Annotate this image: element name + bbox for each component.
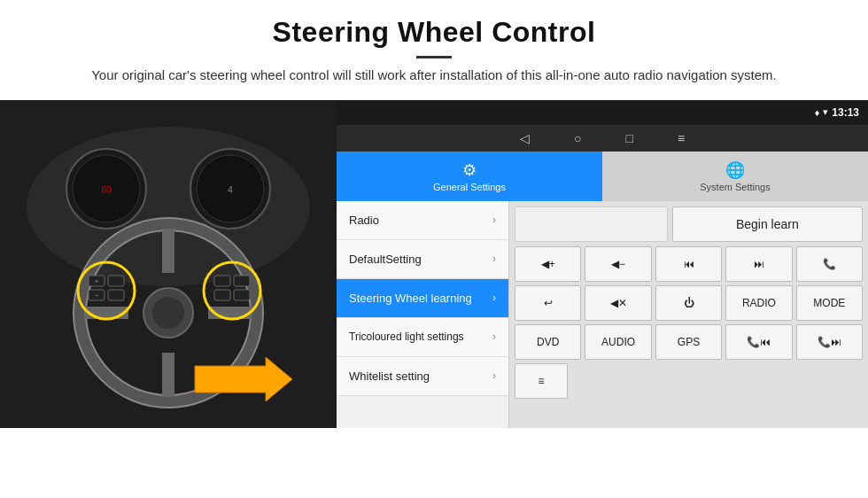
chevron-icon: › — [492, 370, 496, 382]
vol-up-button[interactable]: ◀+ — [515, 246, 581, 282]
tab-general-label: General Settings — [433, 182, 506, 192]
chevron-icon: › — [492, 292, 496, 304]
svg-text:4: 4 — [228, 185, 233, 195]
svg-rect-21 — [108, 276, 124, 286]
right-panel: Begin learn ◀+ ◀− ⏮ — [509, 201, 868, 428]
prev-track-button[interactable]: ⏮ — [655, 246, 722, 282]
chevron-icon: › — [492, 214, 496, 226]
menu-item-steering-wheel[interactable]: Steering Wheel learning › — [337, 279, 508, 318]
status-icons: ♦ ▾ 13:13 — [815, 106, 859, 119]
mode-button[interactable]: MODE — [796, 285, 863, 321]
nav-bar[interactable]: ◁ ○ □ ≡ — [337, 125, 868, 152]
svg-text:+: + — [95, 278, 98, 284]
status-bar: ♦ ▾ 13:13 — [337, 100, 868, 125]
svg-rect-24 — [214, 276, 230, 286]
svg-rect-25 — [214, 290, 230, 300]
call-prev-button[interactable]: 📞⏮ — [725, 324, 792, 360]
gear-icon: ⚙ — [462, 160, 477, 180]
car-steering-svg: 60 4 + − — [0, 100, 337, 428]
dvd-button[interactable]: DVD — [515, 324, 581, 360]
menu-item-radio[interactable]: Radio › — [337, 201, 508, 240]
svg-rect-22 — [108, 290, 124, 300]
page-title: Steering Wheel Control — [53, 16, 815, 49]
menu-nav-icon[interactable]: ≡ — [678, 131, 685, 145]
main-content: Radio › DefaultSetting › Steering Wheel … — [337, 201, 868, 428]
content-area: 60 4 + − — [0, 100, 868, 428]
empty-slot — [515, 206, 668, 242]
menu-item-tricoloured[interactable]: Tricoloured light settings › — [337, 318, 508, 357]
button-row-3: DVD AUDIO GPS 📞⏮ 📞⏭ — [515, 324, 863, 360]
divider — [416, 56, 452, 58]
menu-item-default-setting[interactable]: DefaultSetting › — [337, 240, 508, 279]
begin-learn-row: Begin learn — [515, 206, 863, 242]
svg-text:−: − — [95, 292, 98, 299]
power-button[interactable]: ⏻ — [655, 285, 722, 321]
hang-up-button[interactable]: ↩ — [515, 285, 581, 321]
mute-button[interactable]: ◀✕ — [585, 285, 651, 321]
wifi-icon: ▾ — [823, 106, 828, 118]
button-row-1: ◀+ ◀− ⏮ ⏭ 📞 — [515, 246, 863, 282]
next-track-button[interactable]: ⏭ — [725, 246, 792, 282]
gps-button[interactable]: GPS — [655, 324, 722, 360]
list-icon-button[interactable]: ≡ — [515, 363, 568, 399]
svg-rect-27 — [234, 290, 250, 300]
svg-text:60: 60 — [101, 185, 112, 195]
header-section: Steering Wheel Control Your original car… — [0, 0, 868, 95]
android-ui: ♦ ▾ 13:13 ◁ ○ □ ≡ ⚙ General Settings 🌐 S… — [337, 100, 868, 428]
subtitle: Your original car's steering wheel contr… — [71, 66, 797, 86]
settings-tabs: ⚙ General Settings 🌐 System Settings — [337, 152, 868, 201]
svg-rect-26 — [234, 276, 250, 286]
tab-general-settings[interactable]: ⚙ General Settings — [337, 152, 602, 201]
location-icon: ♦ — [815, 107, 820, 118]
back-nav-icon[interactable]: ◁ — [520, 131, 530, 145]
radio-button[interactable]: RADIO — [725, 285, 792, 321]
call-button[interactable]: 📞 — [796, 246, 863, 282]
chevron-icon: › — [492, 253, 496, 265]
car-image-container: 60 4 + − — [0, 100, 337, 428]
globe-icon: 🌐 — [725, 160, 745, 180]
tab-system-label: System Settings — [700, 182, 770, 192]
svg-point-15 — [152, 297, 184, 329]
menu-item-whitelist[interactable]: Whitelist setting › — [337, 357, 508, 396]
begin-learn-button[interactable]: Begin learn — [672, 206, 863, 242]
left-menu: Radio › DefaultSetting › Steering Wheel … — [337, 201, 509, 428]
audio-button[interactable]: AUDIO — [585, 324, 651, 360]
recent-nav-icon[interactable]: □ — [625, 131, 632, 145]
button-row-2: ↩ ◀✕ ⏻ RADIO MODE — [515, 285, 863, 321]
control-buttons-grid: ◀+ ◀− ⏮ ⏭ 📞 — [515, 246, 863, 399]
chevron-icon: › — [492, 331, 496, 343]
button-row-4: ≡ — [515, 363, 863, 399]
call-next-button[interactable]: 📞⏭ — [796, 324, 863, 360]
status-time: 13:13 — [832, 106, 859, 119]
vol-down-button[interactable]: ◀− — [585, 246, 651, 282]
home-nav-icon[interactable]: ○ — [574, 131, 581, 145]
tab-system-settings[interactable]: 🌐 System Settings — [602, 152, 868, 201]
